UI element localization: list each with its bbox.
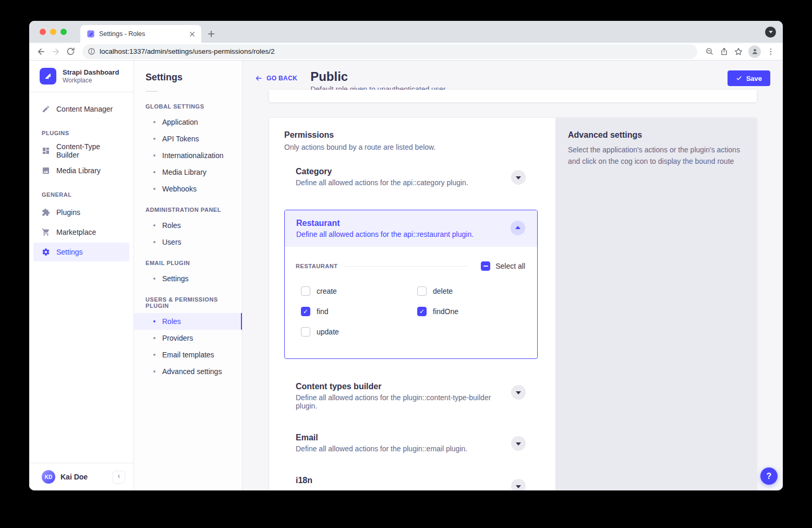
main-sidebar: Strapi Dashboard Workplace Content Manag… (29, 61, 134, 490)
accordion-title: Email (296, 433, 467, 442)
advanced-settings-title: Advanced settings (568, 130, 744, 140)
bullet-icon (153, 354, 155, 356)
chevron-up-icon (515, 226, 520, 229)
workspace-brand[interactable]: Strapi Dashboard Workplace (29, 61, 134, 92)
new-tab-button[interactable] (204, 27, 218, 41)
accordion-i18n[interactable]: i18n (284, 476, 538, 490)
sidebar-item-plugins[interactable]: Plugins (33, 203, 129, 222)
back-icon[interactable] (34, 45, 48, 58)
select-all-checkbox[interactable] (481, 261, 490, 271)
go-back-link[interactable]: GO BACK (255, 75, 297, 82)
subnav-item-webhooks[interactable]: Webhooks (134, 181, 242, 197)
permission-label: update (317, 328, 339, 336)
bullet-icon (153, 171, 155, 173)
avatar[interactable]: KD (42, 470, 55, 484)
bullet-icon (153, 278, 155, 280)
subnav-item-settings[interactable]: Settings (134, 270, 242, 287)
permissions-panel: Permissions Only actions bound by a rout… (269, 118, 555, 490)
sidebar-item-label: Settings (56, 248, 83, 256)
accordion-category[interactable]: CategoryDefine all allowed actions for t… (284, 167, 538, 187)
accordion-expand-button[interactable] (511, 385, 526, 400)
accordion-list: CategoryDefine all allowed actions for t… (284, 167, 538, 490)
kebab-menu-icon[interactable] (764, 45, 778, 58)
zoom-window-button[interactable] (60, 29, 67, 35)
zoom-out-icon[interactable] (702, 45, 716, 58)
main-content: GO BACK Public Default role given to una… (243, 61, 783, 490)
subnav-item-label: Users (162, 238, 181, 246)
subnav-item-api-tokens[interactable]: API Tokens (134, 130, 242, 147)
subnav-section-label: USERS & PERMISSIONS PLUGIN (134, 287, 242, 313)
subnav-item-internationalization[interactable]: Internationalization (134, 147, 242, 164)
subnav-section-label: EMAIL PLUGIN (134, 250, 242, 270)
sidebar-collapse-button[interactable] (112, 471, 125, 484)
minimize-window-button[interactable] (50, 29, 56, 35)
permission-find[interactable]: find (301, 307, 417, 316)
bullet-icon (153, 138, 155, 140)
checkbox-findone[interactable] (417, 307, 427, 316)
permission-update[interactable]: update (301, 327, 417, 337)
permission-findone[interactable]: findOne (417, 307, 534, 316)
sidebar-item-label: Content Manager (56, 105, 113, 113)
subnav-item-label: Advanced settings (162, 367, 222, 376)
puzzle-icon (42, 208, 50, 217)
permission-label: create (317, 287, 337, 295)
help-button[interactable]: ? (760, 467, 778, 485)
checkbox-create[interactable] (301, 286, 310, 296)
select-all-control[interactable]: Select all (481, 261, 525, 271)
browser-profile-icon[interactable] (748, 45, 761, 58)
permissions-title: Permissions (284, 130, 538, 140)
tab-search-button[interactable] (765, 27, 776, 38)
address-bar[interactable]: localhost:1337/admin/settings/users-perm… (82, 44, 697, 59)
subnav-item-email-templates[interactable]: Email templates (134, 346, 242, 363)
sidebar-item-content-manager[interactable]: Content Manager (33, 100, 129, 118)
browser-tab[interactable]: Settings - Roles (80, 25, 201, 43)
accordion-expand-button[interactable] (511, 170, 526, 185)
save-button[interactable]: Save (728, 70, 770, 86)
accordion-collapse-button[interactable] (511, 221, 525, 235)
sidebar-item-label: Content-Type Builder (56, 142, 121, 159)
accordion-text: CategoryDefine all allowed actions for t… (296, 167, 468, 187)
subnav-item-advanced-settings[interactable]: Advanced settings (134, 363, 242, 380)
accordion-content-types-builder[interactable]: Content types builderDefine all allowed … (284, 382, 538, 410)
divider (345, 266, 467, 267)
accordion-header[interactable]: RestaurantDefine all allowed actions for… (285, 210, 537, 247)
forward-icon[interactable] (49, 45, 63, 58)
checkbox-find[interactable] (301, 307, 310, 316)
permission-create[interactable]: create (301, 286, 417, 296)
share-icon[interactable] (717, 45, 731, 58)
sidebar-item-settings[interactable]: Settings (33, 243, 129, 261)
info-icon[interactable] (88, 47, 95, 55)
app-shell: Strapi Dashboard Workplace Content Manag… (29, 61, 783, 490)
close-window-button[interactable] (40, 29, 46, 35)
chevron-down-icon (516, 485, 521, 488)
reload-icon[interactable] (64, 45, 77, 58)
permission-delete[interactable]: delete (417, 286, 534, 296)
subnav-item-roles[interactable]: Roles (134, 313, 242, 330)
subnav-item-media-library[interactable]: Media Library (134, 164, 242, 181)
accordion-email[interactable]: EmailDefine all allowed actions for the … (284, 433, 538, 453)
bullet-icon (153, 241, 155, 243)
subnav-section-label: GLOBAL SETTINGS (134, 94, 242, 114)
subnav-item-providers[interactable]: Providers (134, 330, 242, 346)
subnav-item-label: Media Library (162, 168, 207, 176)
sidebar-item-media-library[interactable]: Media Library (33, 161, 129, 180)
accordion-title: Category (296, 167, 468, 176)
checkbox-update[interactable] (301, 327, 310, 337)
arrow-left-icon (255, 75, 262, 82)
accordion-expand-button[interactable] (511, 436, 526, 451)
permission-label: findOne (433, 307, 458, 316)
sidebar-item-marketplace[interactable]: Marketplace (33, 223, 129, 242)
sidebar-item-content-type-builder[interactable]: Content-Type Builder (33, 141, 129, 160)
subnav-item-roles[interactable]: Roles (134, 217, 242, 234)
layout-icon (42, 147, 50, 155)
subnav-item-label: Roles (162, 221, 181, 230)
tab-close-icon[interactable] (187, 29, 197, 39)
subnav-item-users[interactable]: Users (134, 234, 242, 250)
url-bar: localhost:1337/admin/settings/users-perm… (29, 43, 783, 61)
subnav-item-application[interactable]: Application (134, 114, 242, 130)
bookmark-star-icon[interactable] (732, 45, 745, 58)
subnav-title: Settings (134, 72, 242, 83)
subnav-item-label: Settings (162, 274, 189, 283)
accordion-expand-button[interactable] (511, 479, 526, 490)
checkbox-delete[interactable] (417, 286, 427, 296)
